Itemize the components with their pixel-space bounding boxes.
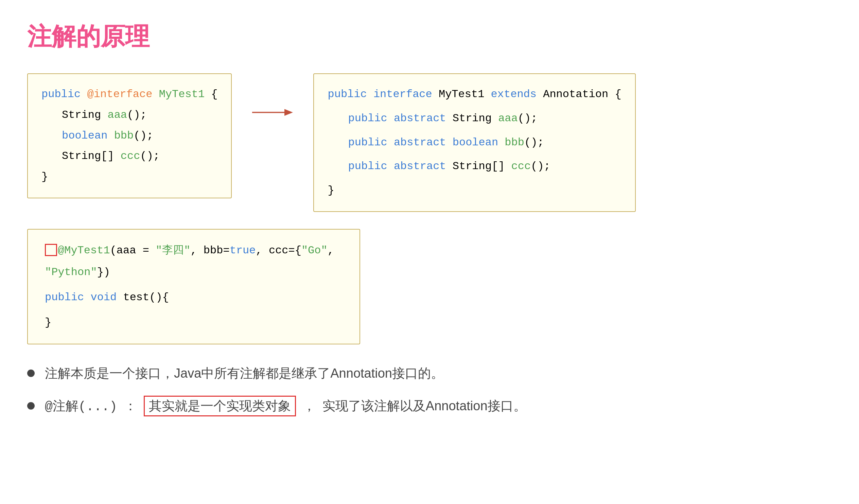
left-code-line-1: public @interface MyTest1 { — [42, 84, 217, 105]
right-code-line-4: public abstract String[] ccc(); — [328, 153, 621, 177]
red-square-icon — [45, 244, 57, 256]
left-code-line-3: boolean bbb(); — [42, 126, 217, 147]
bullet-item-2: @注解(...)：其实就是一个实现类对象，实现了该注解以及Annotation接… — [27, 396, 832, 416]
bottom-code-box: @MyTest1(aaa = "李四", bbb=true, ccc={"Go"… — [27, 229, 360, 345]
right-code-line-3: public abstract boolean bbb(); — [328, 129, 621, 153]
top-code-section: public @interface MyTest1 { String aaa()… — [27, 73, 832, 212]
bullet-item-1: 注解本质是一个接口，Java中所有注解都是继承了Annotation接口的。 — [27, 365, 832, 382]
bottom-code-line-2: public void test(){ — [45, 283, 343, 308]
bottom-code-line-3: } — [45, 308, 343, 334]
left-code-line-2: String aaa(); — [42, 105, 217, 126]
page-title: 注解的原理 — [27, 20, 832, 53]
left-code-line-4: String[] ccc(); — [42, 146, 217, 167]
svg-marker-1 — [284, 109, 293, 116]
bullet-text-2-before: @注解(...) — [45, 397, 117, 415]
right-code-line-2: public abstract String aaa(); — [328, 105, 621, 129]
right-code-line-1: public interface MyTest1 extends Annotat… — [328, 84, 621, 105]
bullet-comma: ， — [303, 397, 316, 415]
right-arrow-icon — [252, 107, 293, 118]
bullet-highlight: 其实就是一个实现类对象 — [144, 396, 296, 416]
bullet-colon: ： — [124, 397, 137, 415]
bullet-text-2-after: 实现了该注解以及Annotation接口。 — [322, 397, 526, 415]
bullet-text-1: 注解本质是一个接口，Java中所有注解都是继承了Annotation接口的。 — [45, 365, 444, 382]
right-code-line-5: } — [328, 177, 621, 201]
bullet-dot-2 — [27, 402, 35, 410]
bottom-code-line-1: @MyTest1(aaa = "李四", bbb=true, ccc={"Go"… — [45, 240, 343, 283]
bullet-dot-1 — [27, 369, 35, 377]
bullet-section: 注解本质是一个接口，Java中所有注解都是继承了Annotation接口的。 @… — [27, 365, 832, 416]
arrow-container — [232, 107, 313, 118]
left-code-box: public @interface MyTest1 { String aaa()… — [27, 73, 232, 198]
right-code-box: public interface MyTest1 extends Annotat… — [313, 73, 635, 212]
left-code-line-5: } — [42, 167, 217, 187]
